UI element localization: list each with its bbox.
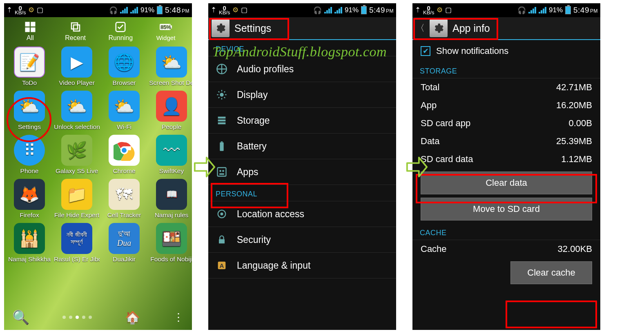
food-icon: 🍱 — [156, 223, 187, 254]
app-cell-tracker[interactable]: 🗺Cell Tracker — [101, 179, 147, 219]
cache-row: Cache32.00KB — [412, 240, 600, 258]
title-bar: 〈 App info — [412, 17, 600, 40]
globe-icon: 🌐 — [109, 47, 140, 78]
app-video-player[interactable]: ▶Video Player — [54, 47, 100, 87]
svg-point-34 — [221, 213, 223, 215]
weather-icon: ⛅ — [109, 91, 140, 122]
section-header-personal: PERSONAL — [208, 185, 396, 201]
settings-item-apps[interactable]: Apps — [208, 159, 396, 185]
home-icon[interactable]: 🏠 — [125, 310, 140, 325]
tab-widget[interactable]: 85% Widget — [145, 20, 186, 42]
settings-item-storage[interactable]: Storage — [208, 108, 396, 134]
folder-zip-icon: 📁 — [61, 179, 92, 210]
app-galaxy-s5[interactable]: 🌿Galaxy S5 Live — [54, 135, 100, 175]
bangla-text-icon: নবী জীবনীসম্পূর্ণ — [61, 223, 92, 254]
settings-item-battery[interactable]: Battery — [208, 134, 396, 159]
page-title: Settings — [234, 22, 271, 34]
signal-icon-2 — [334, 7, 342, 13]
page-title: App info — [452, 22, 490, 34]
weather-icon: ⛅ — [156, 47, 187, 78]
svg-rect-0 — [26, 22, 29, 26]
network-speed: 0KB/s — [423, 6, 434, 15]
svg-point-15 — [220, 93, 223, 96]
svg-rect-29 — [218, 168, 226, 176]
settings-item-display[interactable]: Display — [208, 82, 396, 108]
arrow-right-icon — [405, 155, 429, 179]
battery-icon — [157, 6, 163, 14]
signal-icon-2 — [130, 7, 138, 13]
settings-item-label: Battery — [237, 141, 267, 152]
app-wifi[interactable]: ⛅Wi-Fi — [101, 91, 147, 131]
settings-item-label: Language & input — [237, 260, 310, 271]
svg-text:A: A — [220, 262, 224, 269]
gear-icon: ⚙ — [232, 6, 238, 14]
app-people[interactable]: 👤People — [149, 91, 192, 131]
headphones-icon: 🎧 — [313, 6, 322, 15]
settings-item-location[interactable]: Location access — [208, 201, 396, 227]
move-sd-button[interactable]: Move to SD card — [421, 198, 592, 220]
menu-dots-icon[interactable]: ⋮ — [173, 311, 184, 324]
signal-icon-1 — [120, 7, 128, 13]
apps-icon — [216, 166, 228, 178]
app-swiftkey[interactable]: 〰SwiftKey — [149, 135, 192, 175]
tab-widget-label: Widget — [145, 34, 186, 41]
clear-data-button[interactable]: Clear data — [421, 171, 592, 194]
show-notifications-row[interactable]: Show notifications — [412, 40, 600, 62]
settings-gear-icon[interactable] — [430, 19, 448, 37]
show-notifications-label: Show notifications — [436, 46, 508, 56]
app-browser[interactable]: 🌐Browser — [101, 47, 147, 87]
settings-item-label: Location access — [237, 209, 304, 220]
tab-all[interactable]: All — [10, 20, 51, 42]
settings-item-label: Storage — [237, 115, 270, 126]
svg-rect-35 — [219, 239, 225, 244]
app-settings[interactable]: ⛅Settings — [7, 91, 52, 131]
gear-icon: ⚙ — [28, 6, 34, 14]
clear-cache-button[interactable]: Clear cache — [510, 261, 592, 284]
phone-settings-list: ⇡ 0KB/s ⚙ ▢ 🎧 91% 5:49PM Settings DEVICE… — [208, 3, 396, 330]
highlight-clear-cache — [506, 301, 597, 328]
search-icon[interactable]: 🔍 — [12, 309, 29, 325]
app-firefox[interactable]: 🦊Firefox — [7, 179, 52, 219]
battery-percent: 91% — [345, 6, 359, 14]
app-todo[interactable]: 📝ToDo — [7, 47, 52, 87]
dialer-icon: ⠿ — [14, 135, 45, 166]
app-screenshot[interactable]: ⛅Screen Shot De — [149, 47, 192, 87]
storage-sdapp-row: SD card app0.00B — [412, 114, 600, 132]
notepad-icon: 📝 — [14, 47, 45, 78]
tab-recent-label: Recent — [55, 34, 96, 42]
clock: 5:49PM — [573, 6, 598, 15]
section-header-device: DEVICE — [208, 40, 396, 56]
app-chrome[interactable]: Chrome — [101, 135, 147, 175]
checkbox-checked-icon[interactable] — [421, 46, 430, 56]
svg-rect-3 — [31, 28, 35, 32]
storage-icon — [216, 114, 228, 127]
app-rasul[interactable]: নবী জীবনীসম্পূর্ণRasul (S) Er Jibon — [54, 223, 100, 263]
app-unlock[interactable]: ⛅Unlock selection — [54, 91, 100, 131]
settings-gear-icon[interactable] — [212, 19, 230, 37]
tab-recent[interactable]: Recent — [55, 20, 96, 42]
tab-running[interactable]: Running — [100, 20, 141, 42]
app-phone[interactable]: ⠿Phone — [7, 135, 52, 175]
status-bar: ⇡ 0KB/s ⚙ ▢ 🎧 91% 5:49PM — [412, 3, 600, 17]
phone-app-drawer: ⇡ 0 KB/s ⚙ ▢ 🎧 91% 5:48PM — [4, 3, 192, 330]
swiftkey-icon: 〰 — [156, 135, 187, 166]
chrome-icon — [109, 135, 140, 166]
back-icon[interactable]: 〈 — [416, 22, 425, 34]
settings-item-security[interactable]: Security — [208, 227, 396, 253]
picture-icon: ▢ — [37, 6, 43, 14]
svg-rect-25 — [218, 120, 226, 122]
settings-item-language[interactable]: A Language & input — [208, 253, 396, 278]
drawer-tabs: All Recent Running 85% Widget — [4, 17, 192, 42]
settings-item-audio[interactable]: Audio profiles — [208, 56, 396, 82]
battery-percent: 91% — [140, 6, 154, 14]
app-file-hide[interactable]: 📁File Hide Expert — [54, 179, 100, 219]
app-duajikir[interactable]: দু'আDuaDuaJikir — [101, 223, 147, 263]
app-namaj-shikkha[interactable]: 🕌Namaj Shikkha — [7, 223, 52, 263]
section-header-storage: STORAGE — [412, 62, 600, 78]
app-foods[interactable]: 🍱Foods of Nobiji — [149, 223, 192, 263]
svg-rect-24 — [218, 117, 226, 119]
app-namaj-rules[interactable]: 📖Namaj rules — [149, 179, 192, 219]
storage-sddata-row: SD card data1.12MB — [412, 150, 600, 168]
section-header-cache: CACHE — [412, 224, 600, 240]
map-route-icon: 🗺 — [109, 179, 140, 210]
